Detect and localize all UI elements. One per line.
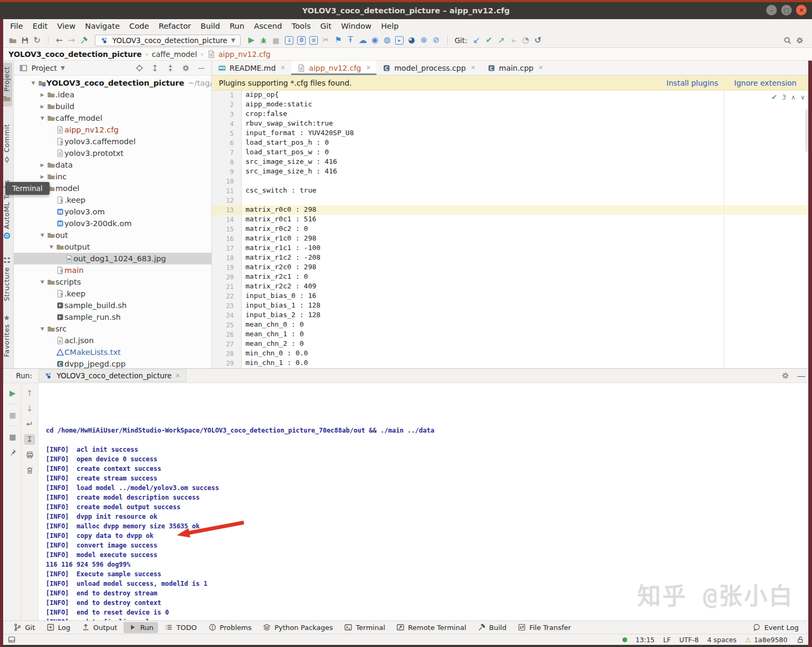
tree-row[interactable]: aipp_nv12.cfg [14,124,211,136]
code-line[interactable]: csc_switch : true [242,186,812,196]
doc-config-button[interactable]: ≡ [308,35,320,46]
tree-row[interactable]: ▶data [14,159,211,171]
code-area[interactable]: 1234567891011121314151617181920212223242… [212,90,812,368]
toolwindow-build[interactable]: Build [473,622,512,633]
chevron-down-icon[interactable]: ▼ [38,115,47,121]
code-line[interactable]: aipp_mode:static [242,100,812,110]
circle-chart-button[interactable]: ◍ [381,35,393,46]
code-line[interactable]: matrix_r0c0 : 298 [242,205,812,215]
code-line[interactable]: mean_chn_0 : 0 [242,320,812,330]
code-line[interactable]: matrix_r1c2 : -208 [242,253,812,263]
git-history-button[interactable]: ◔ [520,35,532,46]
tree-row[interactable]: ?.keep [14,288,211,300]
run-tab[interactable]: YOLOV3_coco_detection_picture ✕ [38,369,186,382]
menu-file[interactable]: File [5,22,28,30]
tab-main-cpp[interactable]: Cmain.cpp✕ [481,61,549,75]
model-compare-button[interactable]: ⊘ [430,35,442,46]
menu-navigate[interactable]: Navigate [80,22,125,30]
model-zoom-button[interactable]: ⊕ [418,35,430,46]
tree-row[interactable]: ▼YOLOV3_coco_detection_picture~/tag/samp… [14,77,211,89]
screen-play-button[interactable]: ▸ [393,35,406,46]
code-line[interactable]: input_format : YUV420SP_U8 [242,129,812,138]
indent-setting[interactable]: 4 spaces [707,636,736,644]
build-hammer-button[interactable] [78,35,90,46]
menu-tools[interactable]: Tools [287,22,316,30]
gear-icon[interactable] [781,371,790,380]
open-folder-button[interactable] [6,35,19,46]
tree-row[interactable]: ▶inc [14,171,211,183]
close-icon[interactable]: ✕ [538,64,543,71]
code-line[interactable] [242,196,812,205]
close-icon[interactable]: ✕ [281,64,285,71]
code-line[interactable]: min_chn_1 : 0.0 [242,359,812,368]
git-commit-button[interactable]: ✔ [483,35,495,46]
toolwindow-terminal[interactable]: Terminal [339,622,390,633]
code-line[interactable]: matrix_r2c1 : 0 [242,272,812,282]
tree-row[interactable]: ▶.idea [14,89,211,101]
code-line[interactable]: matrix_r2c2 : 409 [242,282,812,292]
tree-row[interactable]: acl.json [14,335,211,346]
tree-row[interactable]: sample_run.sh [14,311,211,323]
tree-row[interactable]: ▼caffe_model [14,112,211,124]
project-panel-title[interactable]: Project ▼ [19,64,65,72]
toolwindow-run[interactable]: Run [124,622,158,633]
collapse-all-button[interactable] [166,62,175,74]
scrollend-button[interactable]: ↧ [24,434,35,445]
hide-panel-icon[interactable]: — [797,371,806,381]
chevron-right-icon[interactable]: ▶ [38,174,47,179]
minimize-button[interactable]: – [766,5,777,15]
debug-button[interactable] [258,35,270,46]
cut-button[interactable]: ✂ [320,35,332,46]
tree-row[interactable]: ?main [14,264,211,276]
tab-aipp_nv12-cfg[interactable]: aipp_nv12.cfg✕ [291,61,376,75]
tree-row[interactable]: ?yolov3.caffemodel [14,136,211,147]
cloud-sync-button[interactable]: ☁ [357,35,369,46]
close-icon[interactable]: ✕ [175,372,180,379]
up-button[interactable]: ↑ [24,388,35,399]
code-line[interactable]: load_start_pos_w : 0 [242,148,812,157]
next-inspection-icon[interactable]: ∨ [800,94,805,101]
expand-all-button[interactable] [150,62,160,74]
back-button[interactable]: ← [53,35,65,46]
close-icon[interactable]: ✕ [471,64,475,71]
menu-ascend[interactable]: Ascend [249,22,287,30]
code-line[interactable]: matrix_r2c0 : 298 [242,263,812,272]
maximize-button[interactable]: ▢ [781,5,792,15]
code-line[interactable]: rbuv_swap_switch:true [242,119,812,129]
tree-row[interactable]: ?.keep [14,194,211,206]
run-config-selector[interactable]: YOLOV3_coco_detection_picture ▼ [95,35,241,46]
chevron-right-icon[interactable]: ▶ [38,92,47,97]
tree-row[interactable]: CMakeLists.txt [14,346,211,358]
menu-view[interactable]: View [52,22,80,30]
box-zero-button[interactable]: 0 [296,35,308,46]
code-line[interactable]: matrix_r0c2 : 0 [242,225,812,234]
install-plugins-link[interactable]: Install plugins [667,79,718,87]
search-button[interactable] [781,35,793,46]
menu-build[interactable]: Build [196,22,225,30]
trash-button[interactable] [24,465,35,476]
tab-readme-md[interactable]: MDREADME.md✕ [212,61,291,75]
code-line[interactable]: crop:false [242,110,812,119]
tool-windows-icon[interactable] [7,635,16,644]
tree-row[interactable]: ▼output [14,241,211,253]
circle-eye-button[interactable]: ◉ [369,35,381,46]
git-rollback-button[interactable]: ↺ [532,35,544,46]
menu-run[interactable]: Run [225,22,249,30]
code-line[interactable]: load_start_pos_h : 0 [242,138,812,148]
toolwindow-output[interactable]: Output [77,622,122,633]
toolwindow-todo[interactable]: TODO [160,622,201,633]
locate-button[interactable] [135,62,144,74]
box-download-button[interactable]: ↓ [283,35,296,46]
toolwindow-problems[interactable]: Problems [203,622,257,633]
git-shelve-button[interactable]: ➢ [507,35,520,46]
code-line[interactable] [242,177,812,186]
code-line[interactable]: min_chn_0 : 0.0 [242,349,812,359]
save-button[interactable] [19,35,31,46]
chevron-down-icon[interactable]: ▼ [38,279,47,285]
tab-model_process-cpp[interactable]: Cmodel_process.cpp✕ [376,61,481,75]
pie-chart-button[interactable]: ◕ [406,35,418,46]
code-line[interactable]: src_image_size_h : 416 [242,167,812,177]
tree-row[interactable]: out_dog1_1024_683.jpg [14,253,211,264]
code-line[interactable]: input_bias_1 : 128 [242,301,812,311]
tree-row[interactable]: ▶build [14,101,211,112]
